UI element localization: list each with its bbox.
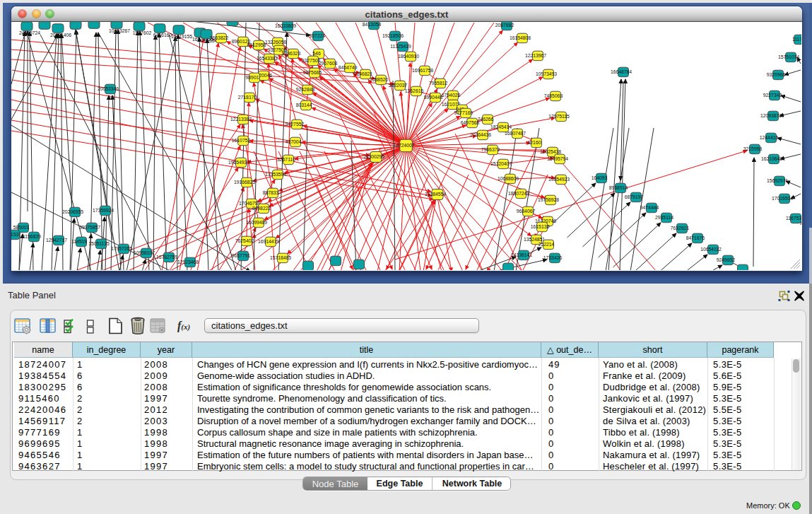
svg-text:12213382: 12213382 [230,117,252,122]
svg-text:116753: 116753 [786,216,801,221]
svg-text:15051135: 15051135 [88,241,110,246]
svg-text:18640910: 18640910 [398,54,419,59]
svg-text:19654933: 19654933 [228,160,249,165]
svg-text:16961758: 16961758 [412,68,433,73]
svg-text:746266: 746266 [478,117,494,122]
svg-text:7625402: 7625402 [235,238,254,243]
svg-text:10688609: 10688609 [498,176,519,181]
svg-text:8912958: 8912958 [247,42,266,47]
svg-text:2718170: 2718170 [238,95,257,100]
svg-text:8938914: 8938914 [609,185,628,190]
svg-text:1527602: 1527602 [133,30,152,35]
svg-text:1733426: 1733426 [543,255,563,260]
svg-text:1117: 1117 [792,37,801,42]
svg-text:12923468: 12923468 [177,259,199,264]
svg-text:6497568: 6497568 [461,120,480,125]
svg-text:16782759: 16782759 [156,255,177,259]
svg-text:10654112: 10654112 [700,247,722,252]
svg-text:9474444: 9474444 [640,205,659,210]
svg-text:9777169: 9777169 [454,110,473,115]
svg-text:16914479: 16914479 [258,239,279,244]
svg-text:12093873: 12093873 [760,113,782,118]
svg-text:16033809: 16033809 [275,23,296,28]
svg-text:1362615: 1362615 [405,88,424,93]
svg-text:17046798: 17046798 [239,201,260,206]
svg-text:803144: 803144 [296,103,312,107]
svg-text:12213967: 12213967 [525,53,546,58]
svg-text:8990448: 8990448 [424,95,443,100]
svg-text:164093: 164093 [592,175,608,180]
svg-text:13353594: 13353594 [265,172,286,177]
svg-text:19756928: 19756928 [538,197,559,202]
svg-text:16210643: 16210643 [761,156,782,161]
svg-text:1588520: 1588520 [370,77,389,82]
svg-text:2967608: 2967608 [319,61,338,66]
svg-text:10973493: 10973493 [536,71,557,76]
svg-text:20364436: 20364436 [470,132,491,137]
svg-text:13524851: 13524851 [524,237,545,242]
svg-text:8454749: 8454749 [339,65,358,70]
svg-text:10719155: 10719155 [171,34,192,39]
svg-text:546: 546 [312,51,321,56]
svg-text:6794028: 6794028 [442,93,461,98]
svg-text:19854923: 19854923 [548,177,570,182]
svg-text:8413054: 8413054 [363,22,382,27]
svg-text:7663822: 7663822 [210,35,229,40]
svg-text:7632621: 7632621 [671,226,690,230]
svg-text:9245652: 9245652 [717,257,736,262]
svg-text:252214: 252214 [539,242,555,247]
svg-text:98901: 98901 [246,75,259,80]
svg-text:10025438: 10025438 [540,149,561,154]
svg-text:3498222: 3498222 [252,206,271,211]
svg-text:16543382: 16543382 [257,56,278,61]
svg-text:16807487: 16807487 [505,131,526,136]
svg-text:17957265: 17957265 [111,246,132,251]
svg-text:17016504: 17016504 [772,196,793,201]
svg-text:7485063: 7485063 [544,93,563,98]
svg-text:9427552: 9427552 [286,122,305,127]
svg-text:9227343: 9227343 [763,93,782,98]
svg-text:18300295: 18300295 [363,154,384,159]
svg-text:15718485: 15718485 [270,255,291,260]
svg-text:2087682: 2087682 [495,23,514,28]
svg-text:24055724: 24055724 [19,30,40,35]
svg-text:13495794: 13495794 [547,156,568,161]
svg-text:9242848: 9242848 [296,87,315,92]
svg-text:8471676: 8471676 [686,235,705,240]
svg-text:3215958: 3215958 [743,146,763,151]
svg-text:19384554: 19384554 [425,192,446,197]
svg-text:9146821: 9146821 [354,71,373,76]
svg-text:7357224: 7357224 [307,33,326,38]
svg-text:18724007: 18724007 [393,143,414,148]
svg-text:15720407: 15720407 [490,161,512,166]
svg-text:9329966: 9329966 [767,72,786,77]
svg-text:114519: 114519 [71,239,87,244]
svg-text:887833: 887833 [263,190,279,195]
svg-text:20691406: 20691406 [50,33,71,37]
svg-text:16648784: 16648784 [611,69,632,74]
svg-text:16099489: 16099489 [246,220,267,225]
svg-text:11325419: 11325419 [390,44,411,49]
svg-text:2935114: 2935114 [655,215,673,220]
svg-text:9875685: 9875685 [303,70,322,75]
svg-text:9684067: 9684067 [517,209,536,214]
svg-text:1244415: 1244415 [760,135,779,140]
svg-text:62160: 62160 [528,140,541,145]
svg-text:7986372: 7986372 [481,147,500,152]
svg-text:18807249: 18807249 [508,191,529,196]
svg-text:1156829: 1156829 [23,234,41,239]
svg-text:8186323: 8186323 [282,51,301,56]
svg-text:1615132: 1615132 [531,224,550,229]
svg-text:20206555: 20206555 [62,209,83,214]
svg-text:5822037: 5822037 [389,83,408,88]
svg-text:3267110: 3267110 [277,157,295,162]
svg-text:15692971: 15692971 [767,178,788,183]
svg-text:39975857: 39975857 [79,225,100,230]
svg-text:1610753: 1610753 [232,138,251,143]
svg-text:6466160: 6466160 [153,33,172,37]
svg-text:12975115: 12975115 [548,114,570,119]
svg-text:19166825: 19166825 [234,180,255,185]
svg-text:10958107: 10958107 [134,250,155,255]
svg-text:10653267: 10653267 [109,28,130,33]
svg-text:585001: 585001 [13,225,30,230]
